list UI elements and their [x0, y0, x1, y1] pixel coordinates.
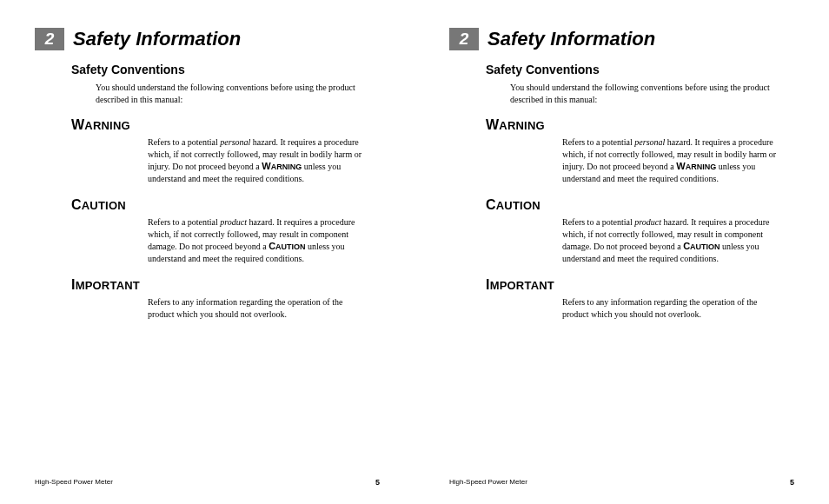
callout-warning-body: Refers to a potential personal hazard. I… [148, 136, 362, 185]
callout-caution-label: CAUTION [486, 197, 777, 213]
callout-warning-body: Refers to a potential personal hazard. I… [562, 136, 777, 185]
callout-warning: WARNING Refers to a potential personal h… [486, 117, 777, 185]
chapter-header: 2 Safety Information [449, 28, 794, 50]
chapter-header: 2 Safety Information [35, 28, 380, 50]
section-title: Safety Conventions [71, 63, 380, 76]
callout-warning-label: WARNING [71, 117, 362, 133]
callout-important-label: IMPORTANT [486, 277, 777, 293]
footer-product: High-Speed Power Meter [449, 478, 527, 487]
callout-caution-body: Refers to a potential product hazard. It… [148, 216, 362, 265]
section-intro: You should understand the following conv… [510, 82, 777, 105]
callout-warning-label: WARNING [486, 117, 777, 133]
chapter-title: Safety Information [487, 28, 655, 50]
callout-caution: CAUTION Refers to a potential product ha… [71, 197, 362, 265]
chapter-title: Safety Information [73, 28, 241, 50]
callout-important: IMPORTANT Refers to any information rega… [71, 277, 362, 321]
page-spread: 2 Safety Information Safety Conventions … [0, 0, 829, 504]
section-title: Safety Conventions [486, 63, 794, 76]
callout-important-body: Refers to any information regarding the … [562, 296, 777, 321]
section-intro: You should understand the following conv… [96, 82, 362, 105]
callout-important-label: IMPORTANT [71, 277, 362, 293]
footer-page-number: 5 [375, 478, 380, 487]
page-right: 2 Safety Information Safety Conventions … [414, 0, 829, 504]
page-left: 2 Safety Information Safety Conventions … [0, 0, 414, 504]
footer-product: High-Speed Power Meter [35, 478, 113, 487]
footer-page-number: 5 [790, 478, 794, 487]
callout-caution-body: Refers to a potential product hazard. It… [562, 216, 777, 265]
callout-caution: CAUTION Refers to a potential product ha… [486, 197, 777, 265]
callout-warning: WARNING Refers to a potential personal h… [71, 117, 362, 185]
chapter-number-badge: 2 [35, 28, 64, 50]
callout-caution-label: CAUTION [71, 197, 362, 213]
callout-important: IMPORTANT Refers to any information rega… [486, 277, 777, 321]
page-footer: High-Speed Power Meter 5 [35, 478, 380, 487]
callout-important-body: Refers to any information regarding the … [148, 296, 362, 321]
chapter-number-badge: 2 [449, 28, 479, 50]
page-footer: High-Speed Power Meter 5 [449, 478, 794, 487]
